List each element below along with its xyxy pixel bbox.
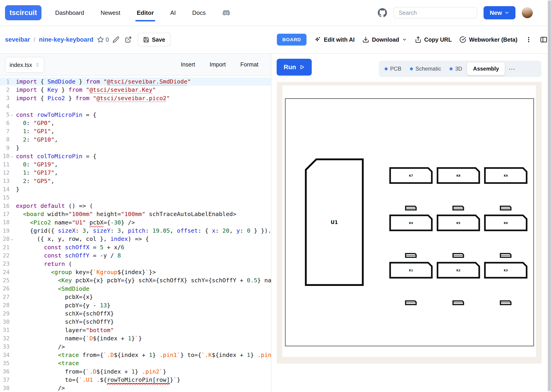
app-root: tscircuit Dashboard Newest Editor AI Doc… xyxy=(0,0,551,392)
breadcrumb-owner-link[interactable]: seveibar xyxy=(5,36,30,43)
file-selector[interactable]: index.tsx xyxy=(5,57,44,73)
board-badge[interactable]: BOARD xyxy=(277,34,307,46)
code-line[interactable]: 9} xyxy=(0,144,271,152)
menu-import[interactable]: Import xyxy=(210,61,226,68)
main-nav: Dashboard Newest Editor AI Docs xyxy=(55,0,230,26)
code-line[interactable]: 22 const schOffY = -y / 8 xyxy=(0,251,271,259)
code-editor[interactable]: 1import { SmdDiode } from "@tsci/seveiba… xyxy=(0,76,271,392)
code-line[interactable]: 29 schX={schOffX} xyxy=(0,309,271,318)
nav-item-newest[interactable]: Newest xyxy=(100,9,120,16)
edit-with-ai-button[interactable]: Edit with AI xyxy=(314,36,355,43)
code-line[interactable]: 16export default () => ( xyxy=(0,202,271,210)
kebab-menu-icon[interactable] xyxy=(525,36,532,43)
line-number: 15 xyxy=(0,194,10,201)
code-line[interactable]: 26 <SmdDiode xyxy=(0,285,271,293)
code-line[interactable]: 13 2: "GP5", xyxy=(0,177,271,185)
nav-item-dashboard[interactable]: Dashboard xyxy=(55,9,84,16)
tab-assembly[interactable]: Assembly xyxy=(467,62,505,75)
tab-3d[interactable]: 3D xyxy=(446,62,466,75)
menu-insert[interactable]: Insert xyxy=(181,61,195,68)
webworker-toggle[interactable]: Webworker (Beta) xyxy=(459,36,517,43)
line-number: 20 xyxy=(0,236,10,242)
code-line[interactable]: 30 schY={schOffY} xyxy=(0,318,271,326)
code-text: from={`.D${index + 1} .pin2`} xyxy=(15,367,166,376)
nav-item-docs[interactable]: Docs xyxy=(192,9,206,16)
webworker-label: Webworker (Beta) xyxy=(469,36,517,43)
code-line[interactable]: 19 {grid({ sizeX: 3, sizeY: 3, pitch: 19… xyxy=(0,226,271,235)
github-icon[interactable] xyxy=(378,8,387,17)
code-line[interactable]: 24 <group key={`Kgroup${index}`}> xyxy=(0,268,271,276)
panel-divider xyxy=(271,54,272,392)
save-button[interactable]: Save xyxy=(138,33,171,46)
code-line[interactable]: 15 xyxy=(0,193,271,202)
code-text: } xyxy=(15,185,19,193)
code-line[interactable]: 8 2: "GP10", xyxy=(0,135,271,144)
sparkle-icon xyxy=(314,36,321,43)
code-line[interactable]: 18 <Pico2 name="U1" pcbX={-30} /> xyxy=(0,218,271,226)
fold-toggle-icon[interactable]: ⌄ xyxy=(10,154,14,158)
new-button[interactable]: New xyxy=(484,6,515,19)
edit-pencil-icon[interactable] xyxy=(113,36,119,43)
code-text: pcbY={y - 13} xyxy=(15,301,111,309)
download-button[interactable]: Download xyxy=(362,36,407,43)
nav-item-editor[interactable]: Editor xyxy=(137,9,154,16)
discord-icon[interactable] xyxy=(222,9,230,17)
code-line[interactable]: 4 xyxy=(0,102,271,110)
key-label-k7: K7 xyxy=(409,174,413,177)
assembly-canvas[interactable]: U1K7K8K9K4K5K6K1K2K3 xyxy=(282,85,536,357)
code-line[interactable]: 38 /> xyxy=(0,384,271,392)
code-line[interactable]: 1import { SmdDiode } from "@tsci/seveiba… xyxy=(0,77,271,86)
code-line[interactable]: 14} xyxy=(0,185,271,193)
code-text: 2: "GP5", xyxy=(15,177,54,185)
code-line[interactable]: 17 <board width="100mm" height="100mm" s… xyxy=(0,210,271,218)
line-number: 27 xyxy=(0,294,10,300)
code-line[interactable]: 23 return ( xyxy=(0,260,271,268)
code-text: schX={schOffX} xyxy=(15,309,114,318)
menu-format[interactable]: Format xyxy=(240,61,258,68)
code-line[interactable]: 5⌄const rowToMicroPin = { xyxy=(0,111,271,119)
code-line[interactable]: 37 to={`.U1 .${rowToMicroPin[row]}`} xyxy=(0,376,271,384)
code-line[interactable]: 36 from={`.D${index + 1} .pin2`} xyxy=(0,367,271,376)
search-input[interactable] xyxy=(394,7,487,18)
line-number: 11 xyxy=(0,161,10,168)
star-icon[interactable] xyxy=(97,36,104,43)
fold-toggle-icon[interactable]: ⌄ xyxy=(10,237,14,241)
code-line[interactable]: 10⌄const colToMicroPin = { xyxy=(0,152,271,160)
user-avatar[interactable] xyxy=(522,7,533,18)
code-line[interactable]: 33 /> xyxy=(0,343,271,351)
code-line[interactable]: 6 0: "GP0", xyxy=(0,119,271,127)
code-line[interactable]: 20⌄ ({ x, y, row, col }, index) => { xyxy=(0,235,271,243)
code-line[interactable]: 21 const schOffX = 5 + x/6 xyxy=(0,243,271,251)
code-line[interactable]: 32 name={`D${index + 1}`} xyxy=(0,334,271,342)
code-line[interactable]: 11 0: "GP19", xyxy=(0,160,271,168)
panel-toggle-icon[interactable] xyxy=(540,36,548,43)
key-label-k6: K6 xyxy=(504,222,508,225)
line-number: 23 xyxy=(0,260,10,267)
open-external-icon[interactable] xyxy=(125,36,132,43)
page-scrollbar[interactable] xyxy=(547,0,551,392)
code-line[interactable]: 7 1: "GP1", xyxy=(0,127,271,135)
tscircuit-logo[interactable]: tscircuit xyxy=(5,5,42,20)
run-button[interactable]: Run xyxy=(277,59,312,76)
code-line[interactable]: 28 pcbY={y - 13} xyxy=(0,301,271,309)
code-text: to={`.U1 .${rowToMicroPin[row]}`} xyxy=(15,376,180,384)
tab-schematic[interactable]: Schematic xyxy=(406,62,444,75)
code-line[interactable]: 2import { Key } from "@tsci/seveibar.Key… xyxy=(0,86,271,94)
code-line[interactable]: 34 <trace from={`.D${index + 1} .pin1`} … xyxy=(0,351,271,359)
code-line[interactable]: 12 1: "GP17", xyxy=(0,168,271,177)
code-line[interactable]: 25 <Key pcbX={x} pcbY={y} schX={schOffX}… xyxy=(0,276,271,284)
tab-pcb[interactable]: PCB xyxy=(381,62,405,75)
fold-toggle-icon[interactable]: ⌄ xyxy=(10,113,14,117)
code-line[interactable]: 35 <trace xyxy=(0,359,271,367)
editor-menu: Insert Import Format xyxy=(181,54,258,75)
new-button-label: New xyxy=(490,9,502,16)
code-line[interactable]: 27 pcbX={x} xyxy=(0,293,271,301)
code-line[interactable]: 31 layer="bottom" xyxy=(0,326,271,334)
tabs-more-icon[interactable]: ⋯ xyxy=(506,65,518,73)
copy-url-button[interactable]: Copy URL xyxy=(415,36,452,43)
code-line[interactable]: 3import { Pico2 } from "@tsci/seveibar.p… xyxy=(0,94,271,102)
assembly-drawing: U1K7K8K9K4K5K6K1K2K3 xyxy=(282,85,536,357)
breadcrumb-project-link[interactable]: nine-key-keyboard xyxy=(39,36,93,43)
nav-item-ai[interactable]: AI xyxy=(170,9,176,16)
scrollbar-thumb[interactable] xyxy=(548,0,551,391)
